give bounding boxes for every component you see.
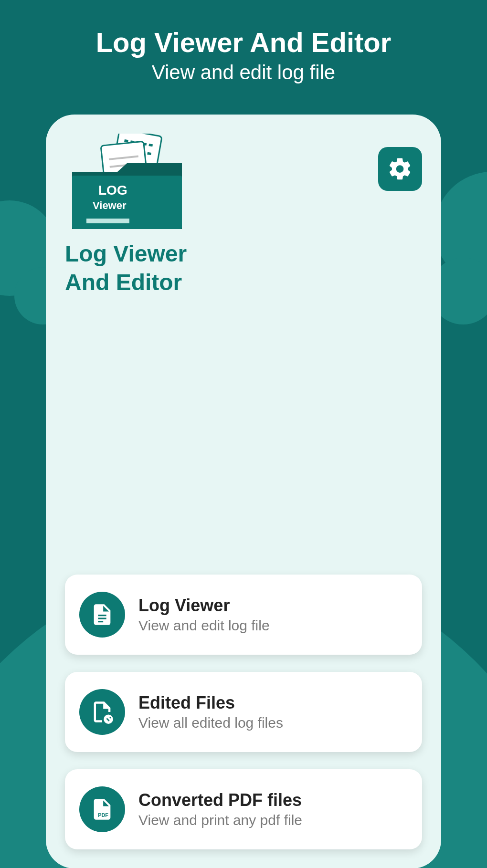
gear-icon xyxy=(387,156,413,182)
menu-item-subtitle: View all edited log files xyxy=(138,715,283,731)
app-name-line-1: Log Viewer xyxy=(65,241,187,266)
menu-list: Log Viewer View and edit log file Edited… xyxy=(65,575,422,849)
log-file-icon xyxy=(79,592,125,638)
pdf-file-icon: PDF xyxy=(79,786,125,832)
logo-text-top: LOG xyxy=(98,183,127,198)
menu-item-title: Edited Files xyxy=(138,693,283,713)
phone-mock: LOG Viewer Log Viewer And Editor xyxy=(46,115,441,868)
menu-item-edited-files[interactable]: Edited Files View all edited log files xyxy=(65,672,422,752)
app-logo: LOG Viewer Log Viewer And Editor xyxy=(65,134,189,297)
promo-title: Log Viewer And Editor xyxy=(0,26,487,58)
app-name-line-2: And Editor xyxy=(65,270,182,295)
menu-item-subtitle: View and edit log file xyxy=(138,617,270,634)
edited-file-icon xyxy=(79,689,125,735)
menu-item-subtitle: View and print any pdf file xyxy=(138,812,302,828)
folder-log-icon: LOG Viewer xyxy=(65,134,189,234)
menu-item-converted-pdf[interactable]: PDF Converted PDF files View and print a… xyxy=(65,769,422,849)
menu-item-title: Log Viewer xyxy=(138,596,270,616)
app-name: Log Viewer And Editor xyxy=(65,240,189,297)
svg-text:PDF: PDF xyxy=(98,812,108,818)
menu-item-log-viewer[interactable]: Log Viewer View and edit log file xyxy=(65,575,422,655)
svg-rect-9 xyxy=(86,219,129,223)
promo-subtitle: View and edit log file xyxy=(0,61,487,84)
settings-button[interactable] xyxy=(378,147,422,191)
logo-text-bottom: Viewer xyxy=(93,199,127,211)
menu-item-title: Converted PDF files xyxy=(138,790,302,810)
promo-header: Log Viewer And Editor View and edit log … xyxy=(0,0,487,84)
svg-point-10 xyxy=(104,714,113,724)
